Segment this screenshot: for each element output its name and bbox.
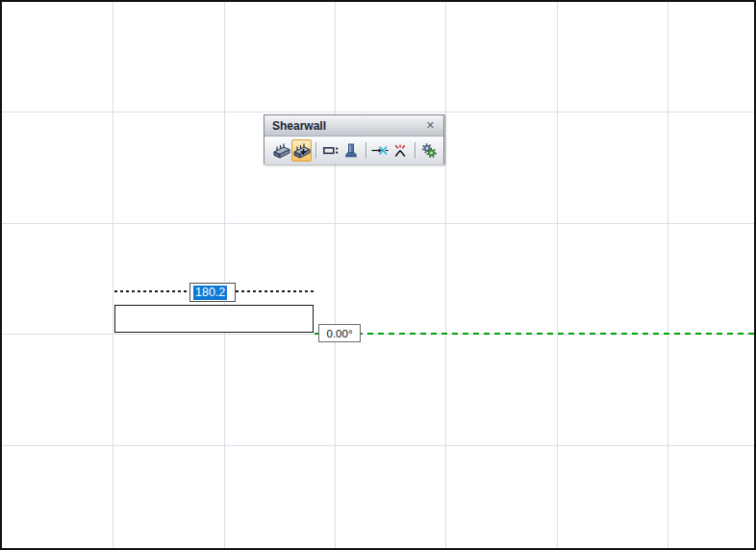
toolbar-separator bbox=[315, 142, 316, 159]
toolbar-titlebar[interactable]: Shearwall ✕ bbox=[265, 115, 443, 137]
wall-opening-button[interactable] bbox=[320, 139, 340, 162]
grid-line-vertical bbox=[224, 2, 225, 548]
toolbar-separator bbox=[415, 142, 416, 159]
length-input-selected-text[interactable]: 180.2 bbox=[193, 286, 227, 300]
toolbar-separator bbox=[365, 142, 366, 159]
cad-canvas[interactable]: 180.2 0.00° Shearwall ✕ bbox=[0, 0, 756, 550]
shearwall-toolbar[interactable]: Shearwall ✕ bbox=[264, 114, 444, 164]
remove-intersection-button[interactable] bbox=[391, 139, 411, 162]
wall-opening-icon bbox=[322, 142, 340, 159]
shearwall-icon bbox=[273, 142, 290, 159]
length-input[interactable]: 180.2 bbox=[189, 283, 236, 302]
column-button[interactable] bbox=[340, 139, 361, 162]
toolbar-body bbox=[265, 137, 443, 164]
toolbar-title: Shearwall bbox=[272, 119, 423, 133]
close-icon[interactable]: ✕ bbox=[423, 118, 438, 133]
snap-intersection-icon bbox=[371, 142, 389, 159]
grid-line-vertical bbox=[113, 2, 113, 548]
grid-line-vertical bbox=[668, 2, 668, 548]
remove-intersection-icon bbox=[391, 142, 409, 159]
grid-line-vertical bbox=[335, 2, 336, 548]
angle-input[interactable]: 0.00° bbox=[318, 324, 361, 342]
add-shearwall-icon bbox=[293, 142, 311, 159]
grid-line-horizontal bbox=[2, 223, 754, 224]
angle-value: 0.00° bbox=[327, 328, 353, 339]
grid-line-vertical bbox=[445, 2, 446, 548]
grid-line-vertical bbox=[557, 2, 558, 548]
snap-intersection-button[interactable] bbox=[370, 139, 391, 162]
guide-dash-line bbox=[315, 333, 756, 335]
settings-button[interactable] bbox=[419, 139, 440, 162]
column-icon bbox=[342, 142, 360, 159]
grid-line-horizontal bbox=[2, 445, 754, 446]
shearwall-outline[interactable] bbox=[114, 305, 314, 333]
gears-icon bbox=[420, 142, 438, 159]
add-shearwall-button[interactable] bbox=[291, 139, 312, 162]
shearwall-button[interactable] bbox=[271, 139, 291, 162]
grid-line-horizontal bbox=[2, 112, 754, 112]
